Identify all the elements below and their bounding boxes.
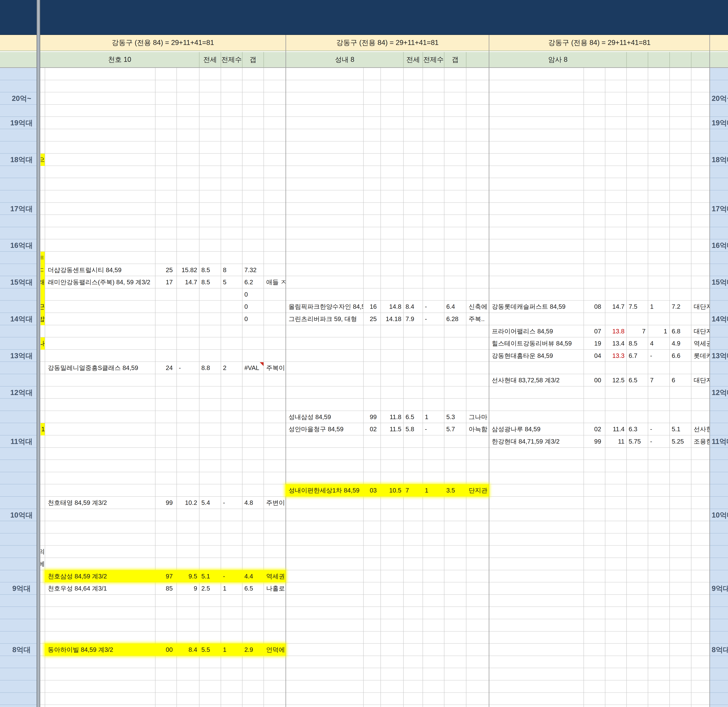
- cell-gap[interactable]: 3.5: [444, 484, 466, 497]
- cell-price[interactable]: 13.4: [605, 337, 626, 350]
- column-header-section-seongnae[interactable]: 성내 8: [286, 52, 403, 68]
- cell-year[interactable]: 04: [584, 350, 605, 362]
- cell-price[interactable]: 15.82: [176, 264, 199, 276]
- column-header-jeonse-count-2[interactable]: 전제수: [423, 52, 444, 68]
- cell-year[interactable]: 00: [584, 374, 605, 386]
- column-header-jeonse-count-1[interactable]: 전제수: [221, 52, 242, 68]
- cell-jeonse[interactable]: 6.5: [626, 374, 648, 386]
- price-band-label-right[interactable]: 9억대: [709, 583, 728, 595]
- group-header-cheonho[interactable]: 강동구 (전용 84) = 29+11+41=81: [40, 35, 286, 51]
- cell-count[interactable]: 4: [648, 337, 669, 350]
- frozen-overflow-cell[interactable]: 1: [40, 423, 45, 435]
- cell-count[interactable]: 5: [221, 276, 242, 288]
- cell-gap[interactable]: 6.2: [242, 276, 263, 288]
- price-band-label-right[interactable]: 18억대: [709, 153, 728, 166]
- cell-name[interactable]: 성내삼성 84,59: [286, 411, 363, 423]
- price-band-label-left[interactable]: 14억대: [0, 313, 37, 325]
- cell-jeonse[interactable]: 7: [403, 484, 423, 497]
- cell-year[interactable]: 08: [584, 301, 605, 313]
- frozen-overflow-cell[interactable]: 나: [40, 337, 45, 350]
- cell-count[interactable]: 1: [221, 644, 242, 656]
- cell-price[interactable]: 11.5: [380, 423, 403, 435]
- cell-price[interactable]: -: [176, 362, 199, 374]
- cell-name[interactable]: 그린츠리버파크 59, 대형: [286, 313, 363, 325]
- cell-name[interactable]: 천호태영 84,59 계3/2: [45, 497, 155, 509]
- cell-count[interactable]: -: [648, 423, 669, 435]
- price-band-label-left[interactable]: 18억대: [0, 153, 37, 166]
- cell-count[interactable]: 1: [221, 583, 242, 595]
- cell-price[interactable]: 10.2: [176, 497, 199, 509]
- column-header-jeonse-1[interactable]: 전세: [199, 52, 221, 68]
- cell-year[interactable]: 99: [584, 435, 605, 448]
- cell-gap[interactable]: 7.2: [669, 301, 691, 313]
- cell-gap[interactable]: 6.6: [669, 350, 691, 362]
- cell-jeonse[interactable]: 2.5: [199, 583, 221, 595]
- cell-count[interactable]: 7: [648, 374, 669, 386]
- cell-count[interactable]: -: [221, 570, 242, 583]
- frozen-overflow-cell[interactable]: 근: [40, 301, 45, 313]
- cell-gap[interactable]: 5.25: [669, 435, 691, 448]
- cell-count[interactable]: 8: [221, 264, 242, 276]
- cell-comment[interactable]: 선사현: [691, 423, 709, 435]
- cell-jeonse[interactable]: 7.5: [626, 301, 648, 313]
- cell-jeonse[interactable]: 5.5: [199, 644, 221, 656]
- price-band-label-left[interactable]: 10억대: [0, 509, 37, 521]
- cell-price[interactable]: 11.8: [380, 411, 403, 423]
- cell-jeonse[interactable]: 7: [626, 325, 648, 338]
- column-header-gap-2[interactable]: 갭: [444, 52, 466, 68]
- cell-year[interactable]: 99: [155, 497, 176, 509]
- column-header-gap-1[interactable]: 갭: [242, 52, 263, 68]
- price-band-label-right[interactable]: 12억대: [709, 386, 728, 399]
- cell-gap[interactable]: 6.4: [444, 301, 466, 313]
- cell-jeonse[interactable]: 6.3: [626, 423, 648, 435]
- price-band-label-left[interactable]: 9억대: [0, 583, 37, 595]
- frozen-overflow-cell[interactable]: ㅌ: [40, 252, 45, 264]
- cell-year[interactable]: 17: [155, 276, 176, 288]
- cell-gap[interactable]: 6.8: [669, 325, 691, 338]
- frozen-overflow-cell[interactable]: 으: [40, 153, 45, 166]
- frozen-overflow-cell[interactable]: 베: [40, 558, 45, 570]
- cell-price[interactable]: 12.5: [605, 374, 626, 386]
- cell-comment[interactable]: 그나마: [466, 411, 489, 423]
- cell-comment[interactable]: 애들 ㅈ: [263, 276, 286, 288]
- cell-gap[interactable]: 0: [242, 301, 263, 313]
- cell-price[interactable]: 8.4: [176, 644, 199, 656]
- cell-gap[interactable]: 6.28: [444, 313, 466, 325]
- cell-comment[interactable]: 대단지: [691, 325, 709, 338]
- frozen-overflow-cell[interactable]: 의: [40, 546, 45, 558]
- cell-gap[interactable]: #VAL: [242, 362, 263, 374]
- cell-count[interactable]: 1: [423, 411, 444, 423]
- cell-comment[interactable]: 단지관: [466, 484, 489, 497]
- frozen-pane-divider[interactable]: [37, 0, 40, 707]
- cell-count[interactable]: 1: [648, 325, 669, 338]
- cell-gap[interactable]: 5.1: [669, 423, 691, 435]
- cell-comment[interactable]: 아늑함: [466, 423, 489, 435]
- column-header-section-amsa[interactable]: 암사 8: [489, 52, 626, 68]
- cell-jeonse[interactable]: 8.4: [403, 301, 423, 313]
- cell-gap[interactable]: 4.8: [242, 497, 263, 509]
- cell-gap[interactable]: 0: [242, 288, 263, 301]
- frozen-overflow-cell[interactable]: 래: [40, 276, 45, 288]
- cell-name[interactable]: 한강현대 84,71,59 계3/2: [489, 435, 584, 448]
- cell-comment[interactable]: 주복이: [263, 362, 286, 374]
- cell-price[interactable]: 9: [176, 583, 199, 595]
- cell-comment[interactable]: 역세권: [263, 570, 286, 583]
- cell-price[interactable]: 14.7: [605, 301, 626, 313]
- cell-name[interactable]: 동아하이빌 84,59 계3/2: [45, 644, 155, 656]
- price-band-label-right[interactable]: 20억~: [709, 93, 728, 105]
- cell-gap[interactable]: 0: [242, 313, 263, 325]
- cell-count[interactable]: -: [423, 301, 444, 313]
- price-band-label-left[interactable]: 8억대: [0, 644, 37, 656]
- cell-count[interactable]: 1: [423, 484, 444, 497]
- price-band-label-right[interactable]: 19억대: [709, 117, 728, 129]
- cell-count[interactable]: -: [221, 497, 242, 509]
- cell-price[interactable]: 14.18: [380, 313, 403, 325]
- cell-year[interactable]: 19: [584, 337, 605, 350]
- cell-price[interactable]: 9.5: [176, 570, 199, 583]
- price-band-label-right[interactable]: 10억대: [709, 509, 728, 521]
- cell-jeonse[interactable]: 5.1: [199, 570, 221, 583]
- group-header-seongnae[interactable]: 강동구 (전용 84) = 29+11+41=81: [286, 35, 489, 51]
- column-header-section-cheonho[interactable]: 천호 10: [40, 52, 199, 68]
- price-band-label-left[interactable]: 13억대: [0, 350, 37, 362]
- cell-name[interactable]: 래미안강동팰리스(주복) 84, 59 계3/2: [45, 276, 155, 288]
